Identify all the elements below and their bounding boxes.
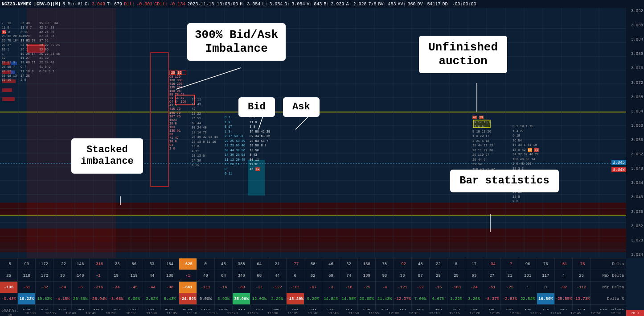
svg-rect-66 xyxy=(2,97,15,101)
mind-cell-31: -92 xyxy=(555,282,573,293)
dv-label: DV: xyxy=(417,2,425,7)
time-7: 11:00 xyxy=(141,311,161,315)
mind-cell-19: -18 xyxy=(340,282,358,293)
price-level-12: 3.044 xyxy=(631,181,643,185)
mind-cell-29: 1 xyxy=(519,282,537,293)
price-level-1: 3.088 xyxy=(631,23,643,28)
maxd-cell-15: 44 xyxy=(268,270,286,281)
price-level-16: 3.028 xyxy=(631,238,643,243)
time-9: 11:10 xyxy=(182,311,202,315)
time-20: 12:05 xyxy=(404,311,424,315)
dpct-cell-9: 8.43% xyxy=(161,293,179,304)
time-0: 2023-11-16 xyxy=(0,309,20,316)
delta-cell-5: -316 xyxy=(90,258,107,270)
b-label: B: xyxy=(324,2,329,7)
maxd-cell-11: 40 xyxy=(197,270,215,281)
dpct-cell-19: 14.98% xyxy=(340,293,358,304)
delta-cell-21: 78 xyxy=(376,258,394,270)
dpct-cell-8: 3.82% xyxy=(143,293,161,304)
delta-cell-8: 33 xyxy=(143,258,161,270)
time-18: 11:55 xyxy=(364,311,384,315)
svg-rect-69 xyxy=(151,53,168,187)
delta-cell-31: -81 xyxy=(555,258,573,270)
delta-cell-16: -77 xyxy=(287,258,304,270)
dpct-cell-20: 20.60% xyxy=(358,293,376,304)
mind-cell-30: 0 xyxy=(537,282,555,293)
o-label: O: xyxy=(284,2,290,7)
maxd-cell-19: 74 xyxy=(340,270,358,281)
mind-cell-26: -34 xyxy=(465,282,483,293)
fp-bid-col: 0 1 1 9 5 17 1 3 2 27 53 51 22 25 53 39 … xyxy=(225,115,245,176)
delta-pct-row: -0.43% 10.22% 19.63% -4.15% 20.56% -28.9… xyxy=(0,293,626,305)
dpct-cell-18: 14.84% xyxy=(322,293,340,304)
mind-cell-27: -51 xyxy=(483,282,501,293)
current-price-marker-2: 3.048 xyxy=(611,167,626,172)
mind-cell-5: -316 xyxy=(90,282,107,293)
time-2: 10:35 xyxy=(41,311,61,315)
mind-cell-2: -32 xyxy=(36,282,53,293)
price-level-7: 3.064 xyxy=(631,109,643,114)
mind-cell-11: -111 xyxy=(197,282,215,293)
bar-num-label: #1 xyxy=(78,2,83,7)
max-delta-label: Max Delta xyxy=(591,274,626,278)
delta-cell-27: -34 xyxy=(483,258,501,270)
delta-cell-13: 338 xyxy=(233,258,250,270)
dpct-cell-14: 12.03% xyxy=(250,293,268,304)
maxd-cell-25: 25 xyxy=(447,270,465,281)
av-label: AV: xyxy=(398,2,406,7)
maxd-cell-20: 139 xyxy=(358,270,376,281)
maxd-cell-32: 25 xyxy=(573,270,591,281)
mind-cell-18: -3 xyxy=(322,282,340,293)
dpct-cell-4: 20.56% xyxy=(72,293,90,304)
time-3: 10:40 xyxy=(61,311,81,315)
delta-cell-10: -625 xyxy=(179,258,197,270)
time-11: 11:20 xyxy=(222,311,242,315)
dpct-cell-7: 9.00% xyxy=(125,293,143,304)
l-val: 3.054 xyxy=(269,2,283,7)
maxd-cell-30: 117 xyxy=(537,270,555,281)
timeframe-label: 5 Min xyxy=(62,2,76,7)
delta-cell-19: 62 xyxy=(340,258,358,270)
time-26: 12:35 xyxy=(525,311,546,315)
delta-cell-1: 99 xyxy=(18,258,36,270)
time-17: 11:50 xyxy=(344,311,364,315)
mind-cell-21: -4 xyxy=(376,282,394,293)
fp-mid-col: 26 11 17 43 42 22 22 76 51 63 44 50 24 4… xyxy=(192,97,218,168)
dpct-cell-1: 10.22% xyxy=(18,293,36,304)
dpct-cell-5: -28.94% xyxy=(90,293,107,304)
price-level-5: 3.072 xyxy=(631,81,643,85)
dpct-cell-26: 3.26% xyxy=(465,293,483,304)
delta-cell-23: 48 xyxy=(412,258,430,270)
v-label: V: xyxy=(307,2,312,7)
price-level-2: 3.084 xyxy=(631,37,643,42)
price-level-6: 3.068 xyxy=(631,95,643,100)
delta-cell-32: -78 xyxy=(573,258,591,270)
maxd-cell-7: 119 xyxy=(125,270,143,281)
mind-cell-7: -45 xyxy=(125,282,143,293)
time-25: 12:30 xyxy=(505,311,525,315)
maxd-cell-21: 98 xyxy=(376,270,394,281)
maxd-cell-29: 101 xyxy=(519,270,537,281)
delta-cell-0: -5 xyxy=(0,258,18,270)
mind-cell-6: -34 xyxy=(107,282,125,293)
delta-label-top: Dlt: xyxy=(124,2,135,7)
maxd-cell-13: 340 xyxy=(233,270,250,281)
mind-cell-32: -112 xyxy=(573,282,591,293)
dpct-cell-24: 6.67% xyxy=(430,293,447,304)
bid-ask-imbalance-annotation: 300% Bid/AskImbalance xyxy=(187,23,286,61)
delta-cell-4: 146 xyxy=(72,258,90,270)
maxd-cell-17: 62 xyxy=(304,270,322,281)
time-19: 12:00 xyxy=(384,311,404,315)
delta-cell-20: 138 xyxy=(358,258,376,270)
dpct-cell-29: 22.54% xyxy=(519,293,537,304)
mind-cell-20: -25 xyxy=(358,282,376,293)
h-label: H: xyxy=(240,2,245,7)
maxd-cell-24: 29 xyxy=(430,270,447,281)
maxd-cell-23: 87 xyxy=(412,270,430,281)
dpct-cell-16: -18.29% xyxy=(287,293,304,304)
maxd-cell-22: 33 xyxy=(394,270,411,281)
delta-cell-11: 0 xyxy=(197,258,215,270)
price-level-0: 3.092 xyxy=(631,9,643,13)
delta-cell-14: 64 xyxy=(250,258,268,270)
price-level-4: 3.076 xyxy=(631,66,643,71)
